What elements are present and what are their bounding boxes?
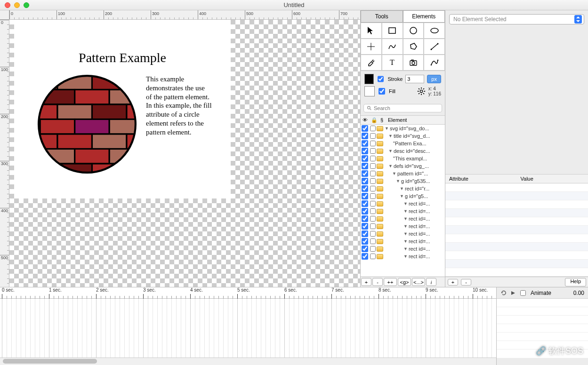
tree-row[interactable]: ▼rect id=... <box>361 230 445 238</box>
tool-freeform[interactable] <box>382 39 403 55</box>
lock-checkbox[interactable] <box>370 246 376 252</box>
tree-row[interactable]: "Pattern Exa... <box>361 140 445 147</box>
tree-remove-button[interactable]: - <box>372 278 383 286</box>
attribute-rows[interactable] <box>445 183 588 277</box>
attr-remove-button[interactable]: - <box>461 279 471 286</box>
lock-checkbox[interactable] <box>370 238 376 244</box>
tree-row[interactable]: ▼pattern id="... <box>361 170 445 177</box>
lock-checkbox[interactable] <box>370 231 376 237</box>
tree-row[interactable]: ▼rect id="r... <box>361 185 445 192</box>
visibility-checkbox[interactable] <box>362 170 368 177</box>
visibility-checkbox[interactable] <box>362 125 368 132</box>
tool-crosshair[interactable] <box>361 39 382 55</box>
tree-info-button[interactable]: i <box>426 278 436 286</box>
disclosure-icon[interactable]: ▼ <box>403 246 408 251</box>
stroke-width-input[interactable] <box>405 75 424 83</box>
lock-checkbox[interactable] <box>370 141 376 146</box>
animate-checkbox[interactable] <box>520 290 526 296</box>
visibility-column-icon[interactable]: 👁 <box>361 117 369 123</box>
tree-row[interactable]: ▼rect id=... <box>361 245 445 253</box>
disclosure-icon[interactable]: ▼ <box>403 254 408 259</box>
ruler-vertical[interactable]: 0100200300400500 <box>0 20 9 287</box>
close-icon[interactable] <box>5 2 10 8</box>
disclosure-icon[interactable]: ▼ <box>392 171 396 176</box>
visibility-checkbox[interactable] <box>362 200 368 207</box>
visibility-checkbox[interactable] <box>362 155 368 162</box>
gear-icon[interactable] <box>417 87 426 95</box>
lock-checkbox[interactable] <box>370 163 376 169</box>
tree-group-button[interactable]: <g> <box>398 278 411 286</box>
tool-text[interactable]: T <box>382 55 403 71</box>
timeline-scrollbar[interactable] <box>0 357 496 365</box>
lock-checkbox[interactable] <box>370 193 376 199</box>
tree-row[interactable]: ▼defs id="svg_... <box>361 162 445 170</box>
visibility-checkbox[interactable] <box>362 215 368 222</box>
timeline-main[interactable]: 0 sec.1 sec.2 sec.3 sec.4 sec.5 sec.6 se… <box>0 287 496 365</box>
tree-row[interactable]: ▼svg id="svg_do... <box>361 125 445 132</box>
tree-row[interactable]: ▼rect id=... <box>361 222 445 230</box>
tree-add-button[interactable]: + <box>361 278 371 286</box>
tree-row[interactable]: ▼title id="svg_d... <box>361 132 445 140</box>
stroke-unit-select[interactable]: px <box>427 75 441 83</box>
disclosure-icon[interactable]: ▼ <box>400 194 404 198</box>
disclosure-icon[interactable]: ▼ <box>403 224 408 229</box>
stroke-color-swatch[interactable] <box>364 74 374 84</box>
scrollbar-thumb[interactable] <box>3 359 97 364</box>
search-field[interactable] <box>363 104 442 112</box>
lock-checkbox[interactable] <box>370 171 376 176</box>
section-column-icon[interactable]: § <box>378 117 386 123</box>
tree-row[interactable]: ▼rect id=... <box>361 253 445 260</box>
stroke-checkbox[interactable] <box>378 76 384 82</box>
zoom-icon[interactable] <box>24 2 29 8</box>
stepper-icon[interactable] <box>574 15 582 24</box>
tree-row[interactable]: ▼rect id=... <box>361 238 445 245</box>
tree-more-button[interactable]: <...> <box>412 278 425 286</box>
lock-checkbox[interactable] <box>370 208 376 214</box>
tab-elements[interactable]: Elements <box>403 10 445 23</box>
disclosure-icon[interactable]: ▼ <box>388 164 393 168</box>
lock-column-icon[interactable]: 🔒 <box>369 117 378 123</box>
play-icon[interactable] <box>511 291 516 295</box>
disclosure-icon[interactable]: ▼ <box>403 209 408 214</box>
disclosure-icon[interactable]: ▼ <box>403 231 408 236</box>
lock-checkbox[interactable] <box>370 133 376 139</box>
tree-row[interactable]: ▼rect id=... <box>361 200 445 207</box>
disclosure-icon[interactable]: ▼ <box>388 149 393 153</box>
visibility-checkbox[interactable] <box>362 163 368 169</box>
tool-rectangle[interactable] <box>382 23 403 39</box>
lock-checkbox[interactable] <box>370 178 376 184</box>
tree-row[interactable]: "This exampl... <box>361 155 445 162</box>
refresh-icon[interactable] <box>500 290 507 296</box>
tree-row[interactable]: ▼g id="g5... <box>361 192 445 200</box>
visibility-checkbox[interactable] <box>362 193 368 199</box>
lock-checkbox[interactable] <box>370 148 376 154</box>
tab-tools[interactable]: Tools <box>361 10 403 23</box>
search-input[interactable] <box>374 105 439 111</box>
disclosure-icon[interactable]: ▼ <box>396 179 400 183</box>
visibility-checkbox[interactable] <box>362 133 368 139</box>
tool-plugin[interactable] <box>361 55 382 71</box>
element-tree[interactable]: ▼svg id="svg_do...▼title id="svg_d..."Pa… <box>361 125 445 277</box>
disclosure-icon[interactable]: ▼ <box>388 134 393 138</box>
minimize-icon[interactable] <box>14 2 20 8</box>
visibility-checkbox[interactable] <box>362 140 368 147</box>
help-button[interactable]: Help <box>565 278 586 286</box>
disclosure-icon[interactable]: ▼ <box>400 186 404 191</box>
tree-row[interactable]: ▼rect id=... <box>361 207 445 215</box>
attr-add-button[interactable]: + <box>448 279 458 286</box>
lock-checkbox[interactable] <box>370 216 376 222</box>
disclosure-icon[interactable]: ▼ <box>403 216 408 221</box>
visibility-checkbox[interactable] <box>362 185 368 192</box>
tool-circle[interactable] <box>403 23 424 39</box>
visibility-checkbox[interactable] <box>362 178 368 184</box>
tool-line[interactable] <box>424 39 445 55</box>
artboard[interactable]: Pattern Example <box>14 20 231 198</box>
fill-color-swatch[interactable] <box>364 86 375 96</box>
tool-camera[interactable] <box>403 55 424 71</box>
lock-checkbox[interactable] <box>370 201 376 206</box>
visibility-checkbox[interactable] <box>362 208 368 214</box>
lock-checkbox[interactable] <box>370 254 376 259</box>
tool-polygon[interactable] <box>403 39 424 55</box>
visibility-checkbox[interactable] <box>362 148 368 154</box>
visibility-checkbox[interactable] <box>362 223 368 230</box>
